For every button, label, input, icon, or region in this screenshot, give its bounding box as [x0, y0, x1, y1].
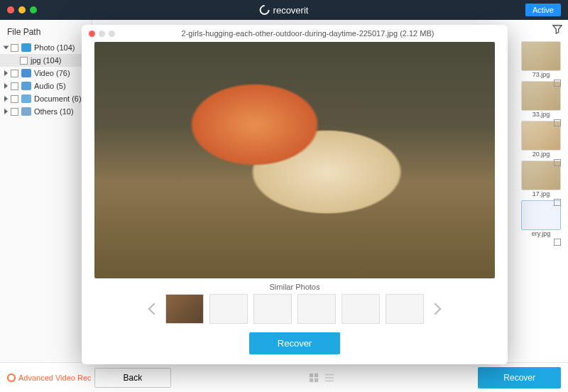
checkbox[interactable]	[11, 44, 18, 52]
sidebar-item-label: Document (6)	[34, 94, 82, 103]
sidebar: File Path Photo (104) jpg (104) Video (7…	[0, 20, 92, 362]
sidebar-item-audio[interactable]: Audio (5)	[0, 80, 92, 92]
document-icon	[21, 94, 31, 103]
preview-modal: 2-girls-hugging-each-other-outdoor-durin…	[82, 25, 508, 364]
chevron-right-icon[interactable]	[4, 109, 8, 114]
checkbox[interactable]	[554, 119, 561, 126]
sidebar-item-photo[interactable]: Photo (104)	[0, 41, 92, 54]
sidebar-item-others[interactable]: Others (10)	[0, 105, 92, 118]
thumb-label: 17.jpg	[521, 190, 561, 197]
svg-rect-1	[315, 373, 318, 376]
similar-thumb[interactable]	[253, 294, 292, 324]
app-brand: recoverit	[260, 5, 309, 16]
thumb-image	[521, 41, 561, 71]
chevron-left-icon[interactable]	[148, 303, 160, 315]
app-name: recoverit	[273, 5, 309, 16]
chevron-right-icon[interactable]	[4, 83, 8, 89]
svg-rect-6	[325, 380, 334, 381]
others-icon	[21, 107, 31, 116]
modal-window-controls[interactable]	[89, 31, 115, 37]
back-button[interactable]: Back	[94, 368, 172, 388]
preview-image-content	[94, 42, 495, 278]
thumbnail-item[interactable]: 73.jpg	[521, 41, 561, 78]
svg-rect-0	[310, 373, 313, 376]
thumb-label: 33.jpg	[521, 111, 561, 118]
grid-view-icon[interactable]	[309, 373, 319, 383]
photo-icon	[21, 43, 31, 52]
video-recovery-icon	[7, 374, 16, 382]
chevron-right-icon[interactable]	[4, 70, 8, 76]
minimize-icon[interactable]	[18, 6, 26, 13]
sidebar-item-jpg[interactable]: jpg (104)	[0, 54, 92, 67]
sidebar-item-label: jpg (104)	[31, 56, 61, 65]
checkbox[interactable]	[20, 57, 28, 65]
similar-thumb[interactable]	[209, 294, 248, 324]
window-controls[interactable]	[7, 6, 37, 13]
sidebar-item-label: Video (76)	[34, 69, 70, 77]
svg-rect-2	[310, 378, 313, 381]
maximize-icon[interactable]	[109, 31, 115, 37]
checkbox[interactable]	[11, 70, 18, 77]
modal-recover-button[interactable]: Recover	[249, 332, 340, 354]
modal-filename: 2-girls-hugging-each-other-outdoor-durin…	[115, 29, 501, 38]
sidebar-item-video[interactable]: Video (76)	[0, 67, 92, 80]
list-view-icon[interactable]	[324, 373, 334, 383]
advanced-video-link[interactable]: Advanced Video Rec	[7, 374, 92, 382]
similar-thumb[interactable]	[165, 294, 204, 324]
advanced-label: Advanced Video Rec	[18, 374, 92, 382]
similar-thumbs	[165, 294, 424, 324]
minimize-icon[interactable]	[99, 31, 105, 37]
thumb-label: 73.jpg	[521, 71, 561, 78]
chevron-right-icon[interactable]	[4, 96, 8, 102]
sidebar-item-label: Others (10)	[34, 107, 74, 116]
recover-button[interactable]: Recover	[478, 367, 561, 388]
preview-image	[94, 42, 495, 278]
svg-rect-4	[325, 374, 334, 375]
similar-thumb[interactable]	[297, 294, 336, 324]
video-icon	[21, 69, 31, 77]
sidebar-title: File Path	[0, 24, 92, 41]
chevron-right-icon[interactable]	[430, 303, 442, 315]
sidebar-item-label: Photo (104)	[34, 43, 75, 52]
svg-rect-3	[315, 378, 318, 381]
checkbox[interactable]	[554, 239, 561, 246]
checkbox[interactable]	[554, 80, 561, 87]
close-icon[interactable]	[89, 31, 95, 37]
brand-icon	[258, 3, 272, 17]
titlebar: recoverit Active	[0, 0, 568, 20]
maximize-icon[interactable]	[30, 6, 37, 13]
filter-icon[interactable]	[552, 24, 562, 34]
thumb-label: ery.jpg	[521, 230, 561, 237]
sidebar-item-document[interactable]: Document (6)	[0, 92, 92, 105]
audio-icon	[21, 82, 31, 90]
footer-bar: Advanced Video Rec Back Recover	[0, 362, 568, 392]
checkbox[interactable]	[554, 199, 561, 206]
thumb-label: 20.jpg	[521, 151, 561, 158]
close-icon[interactable]	[7, 6, 14, 13]
chevron-down-icon[interactable]	[4, 46, 9, 50]
active-button[interactable]: Active	[525, 4, 561, 16]
similar-thumb[interactable]	[386, 294, 424, 324]
svg-rect-5	[325, 377, 334, 379]
modal-titlebar: 2-girls-hugging-each-other-outdoor-durin…	[82, 25, 508, 42]
checkbox[interactable]	[11, 82, 18, 90]
similar-photos-title: Similar Photos	[82, 278, 508, 294]
sidebar-item-label: Audio (5)	[34, 82, 66, 90]
checkbox[interactable]	[554, 159, 561, 166]
checkbox[interactable]	[11, 108, 18, 116]
similar-photos-row	[82, 294, 508, 324]
similar-thumb[interactable]	[342, 294, 380, 324]
checkbox[interactable]	[11, 95, 18, 103]
thumbnail-column: 73.jpg 33.jpg 20.jpg 17.jpg ery.jpg	[521, 41, 564, 246]
